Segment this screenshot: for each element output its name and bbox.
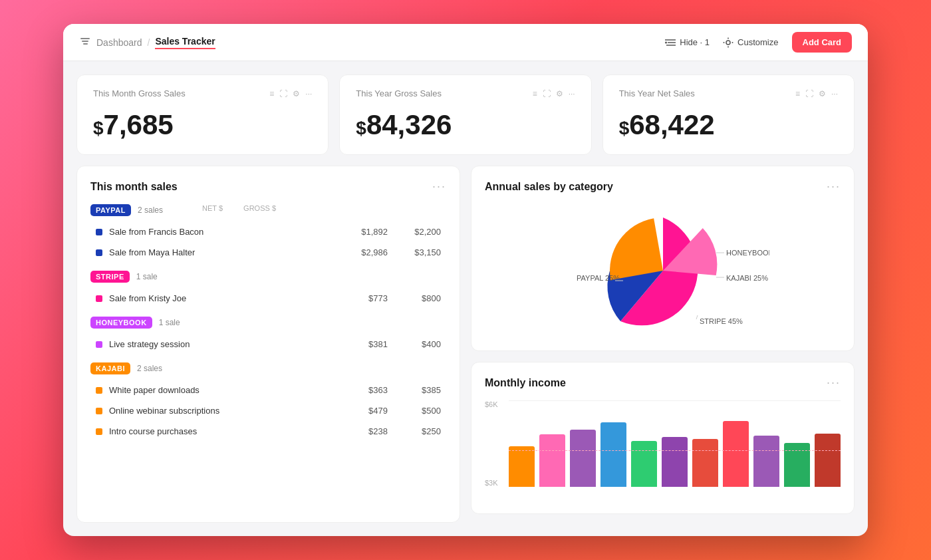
more-icon-2[interactable]: ··· (831, 89, 838, 98)
sale-name: Live strategy session (109, 339, 334, 349)
svg-point-3 (665, 41, 667, 43)
provider-header-2: HONEYBOOK1 sale (90, 317, 446, 329)
stat-currency-1: $ (356, 118, 366, 138)
table-row[interactable]: Sale from Francis Bacon$1,892$2,200 (90, 221, 446, 242)
sales-panel-more[interactable]: ··· (432, 180, 446, 194)
gear-icon-1[interactable]: ⚙ (556, 89, 563, 98)
expand-icon-2[interactable]: ⛶ (805, 89, 813, 98)
stat-number-1: 84,326 (366, 109, 452, 140)
pie-panel-more[interactable]: ··· (827, 180, 841, 194)
sale-gross: $800 (388, 293, 441, 303)
sale-gross: $2,200 (388, 227, 441, 237)
bar (570, 430, 596, 487)
right-panels: Annual sales by category ··· (471, 166, 855, 523)
sales-panel-title: This month sales (90, 181, 178, 193)
provider-count-1: 1 sale (136, 272, 158, 281)
provider-section-2: HONEYBOOK1 saleLive strategy session$381… (90, 317, 446, 354)
customize-label: Customize (737, 37, 778, 47)
svg-point-5 (728, 37, 729, 39)
y-mid: $3K (485, 479, 498, 487)
gear-icon-0[interactable]: ⚙ (293, 89, 300, 98)
hide-icon (665, 39, 676, 47)
sales-panel[interactable]: This month sales ··· PAYPAL2 salesNET $G… (76, 166, 460, 523)
content: This Month Gross Sales ≡ ⛶ ⚙ ··· $7,685 … (63, 61, 868, 536)
bar (509, 446, 535, 487)
svg-text:KAJABI 25%: KAJABI 25% (726, 274, 768, 282)
bar-panel-header: Monthly income ··· (485, 376, 841, 390)
sale-indicator (96, 387, 102, 394)
gear-icon-2[interactable]: ⚙ (819, 89, 826, 98)
sale-name: Intro course purchases (109, 426, 334, 436)
bar (662, 437, 688, 487)
stat-currency-2: $ (619, 118, 630, 138)
bar (692, 439, 718, 487)
stat-card-header-2: This Year Net Sales ≡ ⛶ ⚙ ··· (619, 88, 838, 98)
sale-net: $363 (334, 385, 388, 395)
sale-name: Sale from Francis Bacon (109, 227, 334, 237)
table-row[interactable]: Sale from Maya Halter$2,986$3,150 (90, 242, 446, 263)
filter-icon-2[interactable]: ≡ (795, 89, 800, 98)
customize-button[interactable]: Customize (723, 37, 778, 48)
filter-icon-0[interactable]: ≡ (269, 89, 274, 98)
more-icon-1[interactable]: ··· (569, 89, 575, 98)
breadcrumb-dashboard[interactable]: Dashboard (96, 37, 142, 48)
bar-chart-panel: Monthly income ··· $6K $3K (471, 362, 855, 514)
main-container: Dashboard / Sales Tracker Hide · 1 (63, 24, 868, 536)
provider-count-2: 1 sale (159, 318, 180, 327)
sale-name: Sale from Maya Halter (109, 247, 334, 257)
svg-text:PAYPAL 25%: PAYPAL 25% (577, 274, 620, 282)
pie-chart-panel: Annual sales by category ··· (471, 166, 855, 351)
svg-point-8 (732, 42, 733, 43)
sale-gross: $500 (388, 406, 441, 416)
provider-count-3: 2 sales (137, 364, 162, 373)
stat-value-1: $84,326 (356, 109, 575, 141)
stat-card-0: This Month Gross Sales ≡ ⛶ ⚙ ··· $7,685 (76, 74, 329, 155)
table-row[interactable]: White paper downloads$363$385 (90, 380, 446, 400)
more-icon-0[interactable]: ··· (305, 89, 312, 98)
stat-card-1: This Year Gross Sales ≡ ⛶ ⚙ ··· $84,326 (339, 74, 591, 155)
sale-gross: $400 (388, 339, 441, 349)
sale-gross: $250 (388, 426, 441, 436)
expand-icon-1[interactable]: ⛶ (543, 89, 551, 98)
sale-name: White paper downloads (109, 385, 334, 395)
table-row[interactable]: Sale from Kristy Joe$773$800 (90, 288, 446, 309)
stat-card-header-1: This Year Gross Sales ≡ ⛶ ⚙ ··· (356, 88, 575, 98)
sale-indicator (96, 249, 102, 256)
customize-icon (723, 37, 733, 48)
breadcrumb-active[interactable]: Sales Tracker (155, 36, 215, 49)
grid-mid-dashed (509, 450, 841, 451)
table-row[interactable]: Live strategy session$381$400 (90, 334, 446, 354)
expand-icon-0[interactable]: ⛶ (279, 89, 287, 98)
stat-value-2: $68,422 (619, 109, 838, 141)
sale-net: $1,892 (334, 227, 388, 237)
table-row[interactable]: Online webinar subscriptions$479$500 (90, 400, 446, 421)
provider-header-0: PAYPAL2 salesNET $GROSS $ (90, 204, 446, 216)
provider-badge-2: HONEYBOOK (90, 317, 152, 329)
table-row[interactable]: Intro course purchases$238$250 (90, 421, 446, 442)
sale-indicator (96, 295, 102, 302)
hide-button[interactable]: Hide · 1 (665, 37, 710, 47)
bar-panel-more[interactable]: ··· (827, 376, 841, 390)
bar (631, 441, 657, 487)
bar-panel-title: Monthly income (485, 377, 566, 389)
pie-panel-title: Annual sales by category (485, 181, 613, 193)
stat-card-controls-2: ≡ ⛶ ⚙ ··· (795, 89, 838, 98)
sale-name: Sale from Kristy Joe (109, 293, 334, 303)
stat-card-title-1: This Year Gross Sales (356, 88, 442, 98)
stat-currency-0: $ (93, 118, 104, 138)
svg-point-7 (724, 42, 725, 43)
add-card-button[interactable]: Add Card (792, 32, 853, 53)
hide-label: Hide · 1 (680, 37, 710, 47)
svg-text:HONEYBOOK 15%: HONEYBOOK 15% (726, 249, 769, 257)
sale-net: $2,986 (334, 247, 388, 257)
provider-section-1: STRIPE1 saleSale from Kristy Joe$773$800 (90, 271, 446, 309)
pie-panel-header: Annual sales by category ··· (485, 180, 841, 194)
y-axis: $6K $3K (485, 400, 498, 487)
top-cards: This Month Gross Sales ≡ ⛶ ⚙ ··· $7,685 … (76, 74, 855, 155)
bar (753, 436, 779, 487)
sale-indicator (96, 428, 102, 435)
sale-gross: $3,150 (388, 247, 441, 257)
provider-badge-0: PAYPAL (90, 204, 131, 216)
breadcrumb: Dashboard / Sales Tracker (79, 36, 215, 49)
filter-icon-1[interactable]: ≡ (533, 89, 537, 98)
